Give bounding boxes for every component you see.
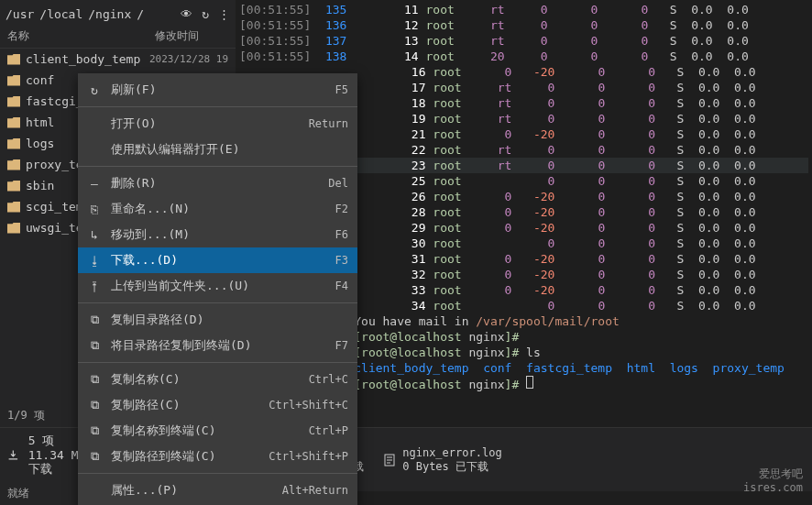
ctx-icon: ⧉ xyxy=(87,313,102,327)
ctx-item[interactable]: 使用默认编辑器打开(E) xyxy=(78,137,357,162)
log-file-item[interactable]: nginx_error.log0 Bytes 已下载 xyxy=(382,446,501,473)
download-icon xyxy=(7,448,19,463)
context-menu: ↻刷新(F)F5打开(O)Return使用默认编辑器打开(E)—删除(R)Del… xyxy=(78,73,357,505)
file-name: client_body_temp xyxy=(26,52,149,66)
ctx-shortcut: F5 xyxy=(335,83,348,96)
folder-icon xyxy=(7,181,20,192)
ctx-label: 复制名称到终端(C) xyxy=(111,423,309,439)
folder-icon xyxy=(7,117,20,128)
ctx-icon: ↻ xyxy=(87,83,102,97)
folder-icon xyxy=(7,75,20,86)
ctx-item[interactable]: ⧉将目录路径复制到终端(D)F7 xyxy=(78,333,357,358)
ctx-item[interactable]: ↳移动到...(M)F6 xyxy=(78,222,357,247)
ctx-label: 刷新(F) xyxy=(111,82,335,98)
path-bar[interactable]: /usr /local /nginx / 👁 ↻ ⋮ xyxy=(0,4,236,25)
ctx-item[interactable]: ⧉复制名称(C)Ctrl+C xyxy=(78,367,357,392)
ctx-label: 将目录路径复制到终端(D) xyxy=(111,337,335,354)
folder-icon xyxy=(7,96,20,107)
ctx-icon: ⎘ xyxy=(87,203,102,216)
log-name: nginx_error.log xyxy=(402,446,501,459)
ctx-label: 重命名...(N) xyxy=(111,201,335,217)
ctx-label: 使用默认编辑器打开(E) xyxy=(111,141,348,158)
folder-icon xyxy=(7,54,20,65)
folder-icon xyxy=(7,159,20,170)
file-row[interactable]: client_body_temp2023/12/28 19 xyxy=(0,49,236,70)
ctx-icon: ⭱ xyxy=(87,280,102,293)
ctx-icon: ⭳ xyxy=(87,254,102,268)
eye-icon[interactable]: 👁 xyxy=(181,7,192,21)
process-row: [00:51:55] 137 13 root rt 0 0 0 S 0.0 0.… xyxy=(239,33,808,49)
ctx-shortcut: Ctrl+P xyxy=(309,424,348,437)
path-seg[interactable]: /usr xyxy=(5,7,34,21)
ctx-icon: — xyxy=(87,177,102,191)
ctx-shortcut: Ctrl+Shift+C xyxy=(269,399,348,412)
ctx-icon: ⧉ xyxy=(87,372,102,387)
ctx-item[interactable]: ⧉复制路径到终端(C)Ctrl+Shift+P xyxy=(78,444,357,469)
ctx-shortcut: Ctrl+C xyxy=(309,373,348,386)
ctx-item[interactable]: ↻刷新(F)F5 xyxy=(78,77,357,103)
ctx-shortcut: F6 xyxy=(335,228,348,241)
ctx-item[interactable]: ⧉复制名称到终端(C)Ctrl+P xyxy=(78,418,357,444)
log-size: 0 Bytes 已下载 xyxy=(402,460,501,473)
ctx-shortcut: Del xyxy=(328,177,348,190)
ctx-label: 移动到...(M) xyxy=(111,226,335,243)
col-name[interactable]: 名称 xyxy=(7,28,155,44)
ctx-label: 复制名称(C) xyxy=(111,371,309,388)
path-seg[interactable]: / xyxy=(137,7,144,21)
ctx-label: 打开(O) xyxy=(111,115,309,132)
ctx-shortcut: F7 xyxy=(335,339,348,352)
process-row: [00:51:55] 136 12 root rt 0 0 0 S 0.0 0.… xyxy=(239,17,808,33)
ctx-label: 属性...(P) xyxy=(111,482,282,499)
ctx-label: 上传到当前文件夹...(U) xyxy=(111,278,335,294)
folder-icon xyxy=(7,138,20,149)
col-date[interactable]: 修改时间 xyxy=(155,28,228,44)
more-icon[interactable]: ⋮ xyxy=(218,7,230,21)
ctx-label: 复制路径到终端(C) xyxy=(111,448,269,465)
refresh-icon[interactable]: ↻ xyxy=(202,7,209,21)
path-seg[interactable]: /nginx xyxy=(88,7,131,21)
process-row: [00:51:55] 138 14 root 20 0 0 0 S 0.0 0.… xyxy=(239,49,808,64)
file-icon xyxy=(382,453,397,467)
ctx-item[interactable]: ⧉复制路径(C)Ctrl+Shift+C xyxy=(78,392,357,418)
ctx-item[interactable]: ⭱上传到当前文件夹...(U)F4 xyxy=(78,273,357,299)
ctx-label: 下载...(D) xyxy=(111,252,335,269)
ctx-label: 删除(R) xyxy=(111,175,328,192)
folder-icon xyxy=(7,202,20,213)
ctx-shortcut: Ctrl+Shift+P xyxy=(269,450,348,463)
ctx-icon: ⧉ xyxy=(87,338,102,353)
ctx-item[interactable]: ⎘重命名...(N)F2 xyxy=(78,196,357,222)
ctx-item[interactable]: ⧉复制目录路径(D) xyxy=(78,307,357,333)
ctx-shortcut: F3 xyxy=(335,254,348,267)
process-row: [00:51:55] 135 11 root rt 0 0 0 S 0.0 0.… xyxy=(239,2,808,17)
ctx-item[interactable]: —删除(R)Del xyxy=(78,170,357,196)
ctx-icon: ⧉ xyxy=(87,449,102,464)
ctx-item[interactable]: ⭳下载...(D)F3 xyxy=(78,247,357,273)
path-seg[interactable]: /local xyxy=(39,7,82,21)
folder-icon xyxy=(7,223,20,234)
ctx-label: 复制目录路径(D) xyxy=(111,312,348,328)
ctx-item[interactable]: 打开(O)Return xyxy=(78,111,357,137)
ctx-item[interactable]: 属性...(P)Alt+Return xyxy=(78,478,357,503)
ctx-shortcut: F4 xyxy=(335,280,348,292)
ctx-icon: ↳ xyxy=(87,228,102,242)
ctx-icon: ⧉ xyxy=(87,423,102,438)
ctx-icon: ⧉ xyxy=(87,398,102,412)
ctx-label: 复制路径(C) xyxy=(111,397,269,413)
file-date: 2023/12/28 19 xyxy=(149,53,228,65)
ctx-shortcut: Return xyxy=(309,117,348,130)
ctx-shortcut: Alt+Return xyxy=(282,484,348,497)
ctx-shortcut: F2 xyxy=(335,203,348,215)
watermark: 爱思考吧 isres.com xyxy=(743,467,803,494)
